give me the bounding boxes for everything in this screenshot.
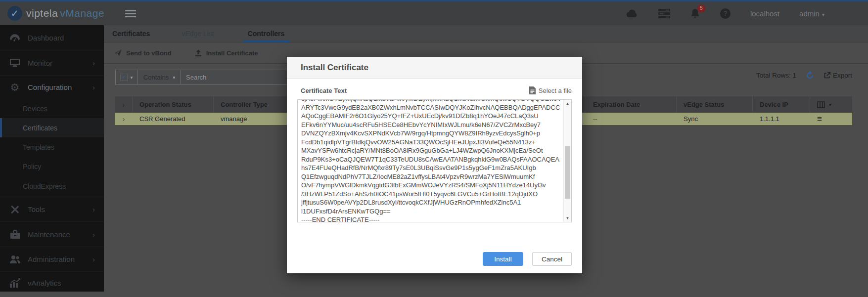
sidebar-subitem-devices[interactable]: Devices [0,99,104,118]
install-button[interactable]: Install [483,252,523,266]
sidebar-subitem-certificates[interactable]: Certificates [0,118,104,137]
match-mode-value: Contains [143,74,169,81]
install-certificate-button[interactable]: Install Certificate [194,49,258,57]
sidebar-item-monitor[interactable]: Monitor › [0,50,104,75]
scroll-up-icon[interactable]: ▲ [564,100,571,107]
match-mode-dropdown[interactable]: Contains ▾ [137,70,181,85]
select-all-dropdown[interactable]: ✓ ▾ [115,70,138,85]
modal-label-row: Certificate Text Select a file [301,86,572,94]
viptela-logo-icon: ✓ [7,6,22,21]
sidebar-subitem-label: Policy [23,163,41,170]
header-vedge-status[interactable]: vEdge Status [677,96,753,113]
sidebar-item-administration[interactable]: Administration › [0,247,104,271]
sidebar-item-tools[interactable]: Tools › [0,197,104,221]
header-operation-status[interactable]: Operation Status [133,96,214,113]
certificate-text-clip: cjAeFw0xOTEyMjQxNzQ1MzVaFw0yMDEyMjMxNzQ1… [298,100,564,222]
brand-viptela: viptela [26,7,58,19]
tab-controllers[interactable]: Controllers [243,30,290,42]
textarea-scrollbar[interactable]: ▲ ▼ [563,100,571,222]
vmanage-app: ✓ viptelavManage 5 ? [0,0,868,297]
chevron-right-icon: › [123,115,125,123]
cloud-icon[interactable] [626,9,639,18]
cell-expiration-date: -- [586,113,677,125]
row-menu-icon: ≡ [817,114,822,124]
hostname-label: localhost [750,9,779,18]
tools-icon [9,205,21,214]
header-device-ip[interactable]: Device IP [753,96,810,113]
sidebar-item-maintenance[interactable]: Maintenance › [0,221,104,247]
install-certificate-modal: Install Certificate Certificate Text Sel… [287,57,582,273]
file-icon [529,86,536,94]
scrollbar-thumb[interactable] [565,146,570,199]
header-expiration-date[interactable]: Expiration Date [586,96,677,113]
send-to-vbond-button[interactable]: Send to vBond [114,49,172,57]
sidebar-subitem-label: CloudExpress [23,182,66,190]
export-icon [823,72,831,79]
refresh-icon[interactable] [805,71,815,80]
cell-operation-status: CSR Generated [133,113,214,125]
cell-row-menu[interactable]: ≡ [810,113,852,125]
notification-bell-icon[interactable]: 5 [690,8,700,19]
send-icon [114,49,122,57]
columns-caret-down-icon: ▾ [829,102,831,107]
help-icon[interactable]: ? [720,8,731,19]
upload-icon [194,49,202,57]
cancel-button[interactable]: Cancel [532,252,572,266]
brand-title: viptelavManage [26,7,104,19]
install-certificate-label: Install Certificate [206,49,258,57]
header-expander-cell: › [115,96,133,113]
monitor-icon [9,58,21,68]
gauge-icon [9,33,21,42]
tab-vedge-list[interactable]: vEdge List [177,30,219,42]
sidebar-subitem-templates[interactable]: Templates [0,137,104,157]
header-columns-picker[interactable]: ▾ [810,96,852,113]
top-navbar: ✓ viptelavManage 5 ? [0,1,868,25]
toolbox-icon [9,230,21,239]
sidebar-subitem-cloudexpress[interactable]: CloudExpress [0,176,104,197]
row-expander[interactable]: › [115,113,133,125]
sidebar-item-dashboard[interactable]: Dashboard [0,25,104,50]
columns-picker-icon: ▾ [817,101,831,108]
export-button[interactable]: Export [823,72,852,79]
sidebar-item-vanalytics[interactable]: vAnalytics [0,271,104,294]
page-title: Certificates [112,30,153,42]
certificate-text-label: Certificate Text [301,87,347,94]
sidebar-item-label: Tools [28,205,45,213]
scroll-down-icon[interactable]: ▼ [564,214,571,222]
cell-device-ip: 1.1.1.1 [753,113,810,125]
user-menu[interactable]: admin▾ [799,9,824,18]
chevron-right-icon: › [92,83,95,91]
sidebar-item-label: vAnalytics [28,279,61,287]
help-glyph: ? [723,9,728,17]
send-to-vbond-label: Send to vBond [126,49,172,57]
tab-bar: Certificates vEdge List Controllers [104,25,868,42]
chevron-right-icon: › [122,100,125,109]
user-caret-down-icon: ▾ [822,12,824,17]
sidebar-subitem-label: Devices [23,105,47,113]
sidebar-item-configuration[interactable]: ⚙ Configuration › [0,75,104,99]
cell-vedge-status: Sync [677,113,753,125]
chevron-right-icon: › [92,205,95,213]
navbar-right-group: 5 ? localhost admin▾ [626,8,868,19]
sidebar-item-label: Dashboard [28,34,64,42]
select-all-checkbox[interactable]: ✓ [120,74,128,81]
tasks-icon[interactable] [658,9,670,18]
modal-footer: Install Cancel [483,252,572,266]
sidebar-subitem-policy[interactable]: Policy [0,157,104,176]
users-icon [9,255,21,264]
chart-icon [9,278,21,288]
select-file-button[interactable]: Select a file [529,86,572,94]
chevron-right-icon: › [92,59,95,67]
menu-hamburger-icon[interactable] [125,8,136,19]
user-name: admin [799,9,820,18]
sidebar-item-label: Monitor [28,59,52,67]
sidebar-subitem-label: Templates [23,143,54,151]
sidebar-item-label: Administration [28,255,75,263]
certificate-textarea[interactable]: cjAeFw0xOTEyMjQxNzQ1MzVaFw0yMDEyMjMxNzQ1… [297,99,572,222]
sidebar-subitem-label: Certificates [23,124,57,132]
modal-title: Install Certificate [287,57,582,79]
export-label: Export [833,72,852,79]
select-file-label: Select a file [539,87,572,94]
certificate-text: cjAeFw0xOTEyMjQxNzQ1MzVaFw0yMDEyMjMxNzQ1… [301,100,564,222]
notification-count-badge: 5 [697,4,705,12]
